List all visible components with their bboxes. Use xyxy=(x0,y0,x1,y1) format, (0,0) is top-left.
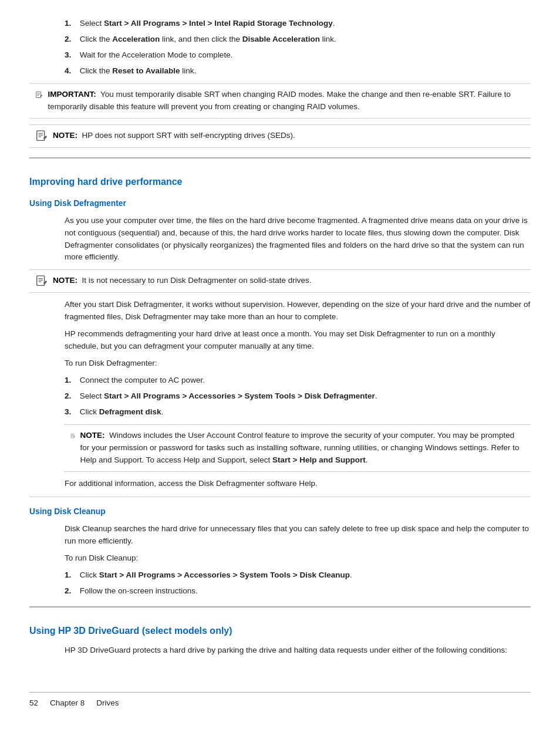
note-srt-text: NOTE: HP does not support SRT with self-… xyxy=(53,130,295,142)
note-ssd-box: NOTE: It is not necessary to run Disk De… xyxy=(29,269,531,293)
cleanup-para1: Disk Cleanup searches the hard drive for… xyxy=(65,523,531,548)
defrag-additional: For additional information, access the D… xyxy=(65,478,531,490)
note-uac-box: NOTE: Windows includes the User Account … xyxy=(65,424,531,472)
note-srt-box: NOTE: HP does not support SRT with self-… xyxy=(29,124,531,148)
step-2: 2. Click the Acceleration link, and then… xyxy=(65,33,531,46)
footer: 52 Chapter 8 Drives xyxy=(29,692,531,710)
svg-rect-0 xyxy=(36,92,41,97)
cleanup-steps-list: 1. Click Start > All Programs > Accessor… xyxy=(65,569,531,598)
cleanup-step-1: 1. Click Start > All Programs > Accessor… xyxy=(65,569,531,582)
defrag-para1: As you use your computer over time, the … xyxy=(65,215,531,264)
defrag-steps-list: 1. Connect the computer to AC power. 2. … xyxy=(65,374,531,418)
cleanup-to-run: To run Disk Cleanup: xyxy=(65,552,531,565)
section-divider-cleanup xyxy=(29,497,531,497)
svg-rect-8 xyxy=(37,276,45,286)
note-ssd-text: NOTE: It is not necessary to run Disk De… xyxy=(53,275,311,287)
svg-rect-4 xyxy=(37,130,45,140)
important-note-text: IMPORTANT: You must temporarily disable … xyxy=(48,89,525,113)
defrag-step-2: 2. Select Start > All Programs > Accesso… xyxy=(65,390,531,403)
svg-rect-12 xyxy=(71,434,74,437)
section-heading-driveguard: Using HP 3D DriveGuard (select models on… xyxy=(29,624,531,639)
top-steps-list: 1. Select Start > All Programs > Intel >… xyxy=(65,18,531,77)
sub-heading-defrag: Using Disk Defragmenter xyxy=(29,197,531,210)
driveguard-para1: HP 3D DriveGuard protects a hard drive b… xyxy=(65,644,531,657)
section-divider-driveguard xyxy=(29,606,531,613)
step-4: 4. Click the Reset to Available link. xyxy=(65,65,531,77)
note-srt-icon xyxy=(35,130,48,143)
defrag-to-run: To run Disk Defragmenter: xyxy=(65,357,531,370)
defrag-step-1: 1. Connect the computer to AC power. xyxy=(65,374,531,387)
defrag-para2: After you start Disk Defragmenter, it wo… xyxy=(65,299,531,323)
step-3: 3. Wait for the Acceleration Mode to com… xyxy=(65,49,531,62)
sub-heading-cleanup: Using Disk Cleanup xyxy=(29,505,531,518)
section-divider xyxy=(29,157,531,164)
step-1: 1. Select Start > All Programs > Intel >… xyxy=(65,18,531,30)
note-uac-icon xyxy=(70,430,75,443)
defrag-step-3: 3. Click Defragment disk. xyxy=(65,406,531,418)
note-ssd-icon xyxy=(35,275,48,288)
note-uac-text: NOTE: Windows includes the User Account … xyxy=(80,430,525,467)
section-heading-improving: Improving hard drive performance xyxy=(29,175,531,190)
footer-page: 52 xyxy=(29,697,38,710)
defrag-para3: HP recommends defragmenting your hard dr… xyxy=(65,328,531,353)
important-icon xyxy=(35,89,43,102)
footer-chapter: Chapter 8 xyxy=(50,697,85,710)
footer-section: Drives xyxy=(96,697,119,710)
important-note-box: IMPORTANT: You must temporarily disable … xyxy=(29,83,531,119)
cleanup-step-2: 2. Follow the on-screen instructions. xyxy=(65,585,531,598)
